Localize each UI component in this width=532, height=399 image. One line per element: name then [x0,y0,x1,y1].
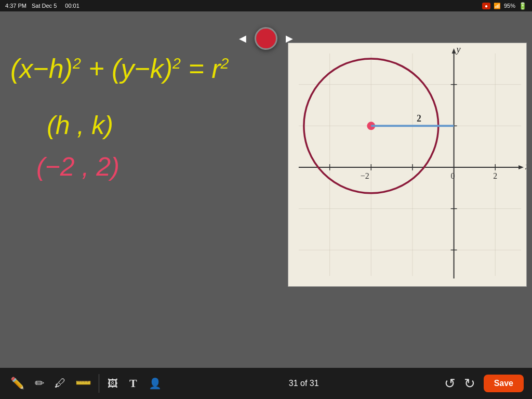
date-display: Sat Dec 5 [32,3,57,9]
toolbar-center: 31 of 31 [164,379,444,388]
battery-display: 95% [504,3,515,9]
svg-text:−2: −2 [361,171,369,180]
svg-rect-0 [288,43,526,286]
rewind-button[interactable]: ◀ [239,34,246,43]
equation-2: (h , k) [47,110,113,140]
page-info: 31 of 31 [289,379,319,388]
main-canvas: ◀ ▶ (x−h)2 + (y−k)2 = r2 (h , k) (−2 , 2… [0,11,532,368]
coordinate-graph: x y −2 0 2 2 [288,43,526,286]
timer-display: 00:01 [65,3,79,9]
highlighter-tool-button[interactable]: 🖊 [52,375,68,392]
redo-button[interactable]: ↻ [464,376,475,392]
svg-text:y: y [456,44,461,55]
math-content: (x−h)2 + (y−k)2 = r2 (h , k) (−2 , 2) [5,43,275,368]
ruler-tool-button[interactable]: 📏 [71,371,96,396]
svg-text:2: 2 [493,171,497,180]
svg-text:0: 0 [451,171,455,180]
record-button[interactable] [255,27,277,50]
graph-area: x y −2 0 2 2 [288,43,527,287]
record-indicator: ● [482,3,490,9]
save-button[interactable]: Save [484,375,524,392]
toolbar-tools: ✏️ ✏ 🖊 📏 [8,375,92,392]
pencil-tool-button[interactable]: ✏ [33,375,46,392]
status-bar: 4:37 PM Sat Dec 5 00:01 ● 📶 95% 🔋 [0,0,532,11]
equation-3: (−2 , 2) [36,152,119,182]
battery-icon: 🔋 [518,2,527,10]
pen-tool-button[interactable]: ✏️ [8,375,26,392]
forward-button[interactable]: ▶ [286,34,293,43]
equation-1: (x−h)2 + (y−k)2 = r2 [10,53,229,84]
toolbar: ✏️ ✏ 🖊 📏 🖼 T 👤 31 of 31 ↺ ↻ Save [0,368,532,399]
playback-controls: ◀ ▶ [239,27,293,50]
time-display: 4:37 PM [5,3,26,9]
toolbar-right: ↺ ↻ Save [444,375,524,392]
svg-text:x: x [525,161,526,171]
image-insert-button[interactable]: 🖼 [105,376,120,392]
person-insert-button[interactable]: 👤 [147,375,164,392]
wifi-icon: 📶 [494,3,501,9]
svg-text:2: 2 [417,113,421,124]
undo-button[interactable]: ↺ [444,376,456,392]
text-insert-button[interactable]: T [127,375,139,392]
